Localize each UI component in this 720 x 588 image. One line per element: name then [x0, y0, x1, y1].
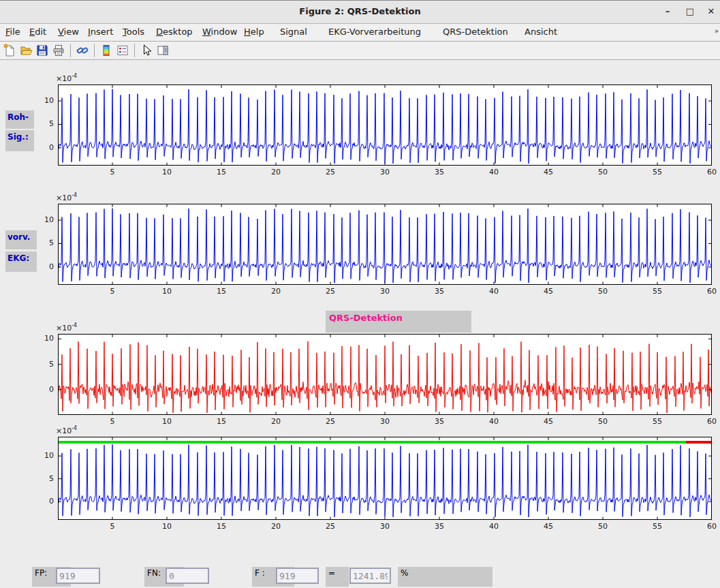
x-tick-label: 45	[539, 287, 558, 296]
x-tick-label: 35	[430, 287, 449, 296]
qrs-detektion-heading: QRS-Detektion	[326, 311, 471, 332]
close-button[interactable]: ✕	[704, 5, 719, 18]
open-file-icon[interactable]	[18, 43, 33, 58]
x-tick-label: 25	[321, 522, 340, 531]
menu-item-help[interactable]: Help	[244, 27, 264, 37]
x-tick-label: 5	[103, 287, 122, 296]
x-tick-label: 35	[430, 168, 449, 176]
y-tick-label: 10	[36, 96, 54, 105]
maximize-button[interactable]: □	[683, 5, 698, 18]
x-tick-label: 5	[103, 522, 122, 531]
detektion-overlay-plot-canvas	[58, 437, 712, 520]
vorverarbeitetes-ekg-plot-canvas	[58, 204, 712, 285]
x-tick-label: 50	[593, 417, 612, 426]
x-tick-label: 40	[484, 168, 503, 176]
x-tick-label: 20	[266, 287, 285, 296]
x-tick-label: 10	[157, 168, 176, 176]
percent-label: %	[398, 567, 492, 587]
menu-item-window[interactable]: Window	[202, 27, 237, 37]
x-tick-label: 55	[648, 417, 667, 426]
x-tick-label: 60	[702, 168, 720, 176]
fp-input[interactable]	[56, 568, 100, 584]
x-tick-label: 45	[539, 522, 558, 531]
menu-overflow-icon[interactable]: »	[715, 27, 719, 35]
x-tick-label: 10	[157, 287, 176, 296]
x-tick-label: 25	[321, 168, 340, 176]
f-measure-result-input[interactable]	[349, 568, 391, 584]
menu-item-signal[interactable]: Signal	[280, 27, 307, 37]
equals-label: =	[326, 567, 349, 587]
x-tick-label: 60	[702, 287, 720, 296]
menu-item-file[interactable]: File	[5, 27, 20, 37]
menu-item-desktop[interactable]: Desktop	[156, 27, 193, 37]
figure-canvas: Roh- Sig.: vorv. EKG: QRS-Detektion 0510…	[0, 60, 720, 588]
label-roh: Roh-	[5, 110, 34, 129]
menu-item-insert[interactable]: Insert	[88, 27, 113, 37]
x-tick-label: 60	[702, 417, 720, 426]
x-tick-label: 35	[430, 522, 449, 531]
x-tick-label: 30	[375, 287, 394, 296]
new-document-icon[interactable]	[2, 43, 17, 58]
menu-item-view[interactable]: View	[58, 27, 79, 37]
x-tick-label: 40	[484, 417, 503, 426]
x-tick-label: 15	[212, 522, 231, 531]
menu-bar: FileEditViewInsertToolsDesktopWindowHelp…	[0, 24, 720, 42]
roh-signal-plot-canvas	[58, 84, 712, 166]
menu-item-ekg-vorverarbeitung[interactable]: EKG-Vorverarbeitung	[328, 27, 421, 37]
label-vorv: vorv.	[5, 230, 37, 249]
toolbar-separator	[94, 44, 95, 57]
y-tick-label: 10	[36, 215, 54, 224]
x-tick-label: 45	[539, 417, 558, 426]
toolbar	[0, 42, 720, 60]
save-figure-icon[interactable]	[35, 43, 50, 58]
y-tick-label: 0	[36, 143, 54, 152]
insert-legend-icon[interactable]	[115, 43, 130, 58]
x-tick-label: 15	[212, 287, 231, 296]
menu-item-ansicht[interactable]: Ansicht	[525, 27, 557, 37]
x-tick-label: 55	[648, 287, 667, 296]
label-sig: Sig.:	[5, 130, 34, 151]
x-tick-label: 10	[157, 417, 176, 426]
x-tick-label: 15	[212, 417, 231, 426]
y-tick-label: 5	[36, 238, 54, 247]
y-tick-label: 0	[36, 262, 54, 271]
menu-item-tools[interactable]: Tools	[123, 27, 144, 37]
x-tick-label: 55	[648, 522, 667, 531]
minimize-button[interactable]: –	[660, 5, 675, 18]
x-tick-label: 5	[103, 168, 122, 176]
toolbar-separator	[134, 44, 135, 57]
window-title: Figure 2: QRS-Detektion	[0, 6, 720, 16]
plot-tools-icon[interactable]	[155, 43, 170, 58]
y-axis-exponent-label: ×10-4	[56, 73, 77, 83]
link-plot-icon[interactable]	[75, 43, 90, 58]
qrs-detektion-plot	[58, 334, 712, 415]
edit-plot-icon[interactable]	[139, 43, 154, 58]
x-tick-label: 15	[212, 168, 231, 176]
menu-item-edit[interactable]: Edit	[29, 27, 46, 37]
toolbar-separator	[70, 44, 71, 57]
x-tick-label: 40	[484, 287, 503, 296]
y-tick-label: 0	[36, 385, 54, 394]
roh-signal-plot	[58, 84, 712, 166]
y-axis-exponent-label: ×10-4	[56, 322, 77, 332]
y-tick-label: 5	[36, 119, 54, 128]
f-input[interactable]	[276, 568, 319, 584]
x-tick-label: 20	[266, 417, 285, 426]
x-tick-label: 50	[593, 522, 612, 531]
menu-item-qrs-detektion[interactable]: QRS-Detektion	[443, 27, 508, 37]
print-figure-icon[interactable]	[51, 43, 66, 58]
x-tick-label: 20	[266, 168, 285, 176]
y-tick-label: 10	[36, 334, 54, 343]
fn-input[interactable]	[166, 568, 209, 584]
x-tick-label: 40	[484, 522, 503, 531]
x-tick-label: 35	[430, 417, 449, 426]
y-tick-label: 5	[36, 474, 54, 483]
y-axis-exponent-label: ×10-4	[56, 192, 77, 202]
x-tick-label: 30	[375, 417, 394, 426]
x-tick-label: 25	[321, 287, 340, 296]
x-tick-label: 25	[321, 417, 340, 426]
x-tick-label: 45	[539, 168, 558, 176]
insert-colorbar-icon[interactable]	[99, 43, 114, 58]
title-bar[interactable]: Figure 2: QRS-Detektion –□✕	[0, 1, 720, 24]
x-tick-label: 50	[593, 287, 612, 296]
